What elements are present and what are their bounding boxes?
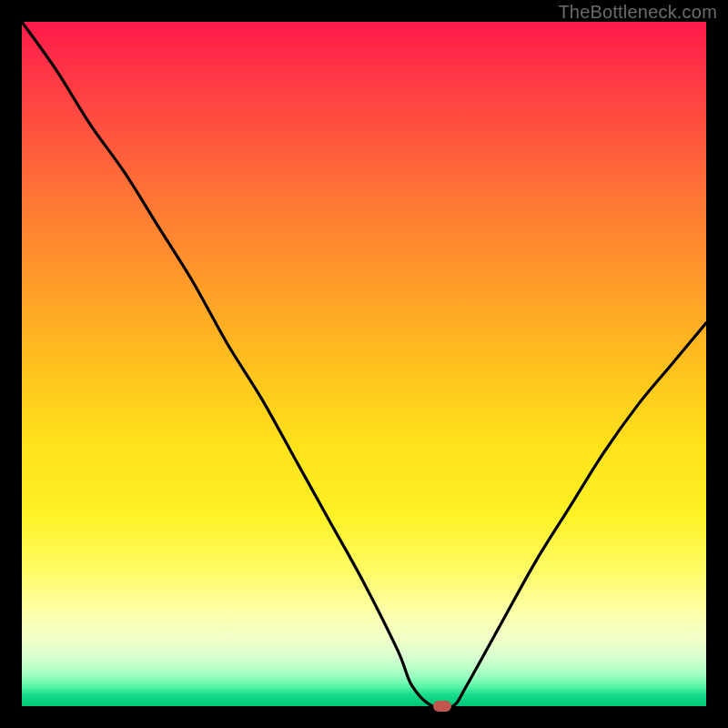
bottleneck-curve [22, 22, 706, 706]
curve-path [22, 22, 706, 706]
watermark-text: TheBottleneck.com [558, 2, 717, 23]
optimal-point-marker [433, 701, 451, 712]
plot-area [22, 22, 706, 706]
chart-frame: TheBottleneck.com [0, 0, 728, 728]
